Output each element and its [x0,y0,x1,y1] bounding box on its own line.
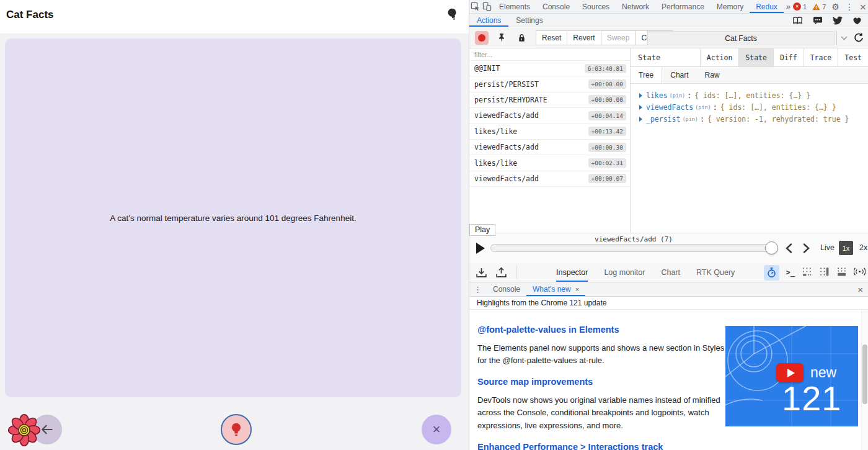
dock-bottom-full-icon[interactable] [836,266,847,279]
new-fact-button[interactable] [221,414,252,445]
tab-log-monitor[interactable]: Log monitor [604,263,645,282]
tab-network[interactable]: Network [616,0,655,13]
tab-action[interactable]: Action [700,48,739,66]
error-badge[interactable]: × 1 [793,2,807,11]
dock-bottom-icon[interactable] [802,266,812,279]
cat-facts-app: Cat Facts A cat's normal temperature var… [0,0,469,450]
revert-button[interactable]: Revert [567,30,601,45]
scrollbar-thumb[interactable] [862,344,867,404]
tab-state[interactable]: State [738,48,773,66]
tab-chart[interactable]: Chart [662,67,696,83]
action-row[interactable]: persist/REHYDRATE +00:00.00 [469,92,630,108]
lightbulb-icon[interactable] [445,6,461,22]
dispatcher-icon[interactable]: >_ [786,268,795,277]
remote-signal-icon[interactable] [854,266,866,279]
heart-icon[interactable] [852,16,862,25]
step-back-button[interactable] [782,241,795,255]
lock-button[interactable] [515,31,528,45]
tab-drawer-console[interactable]: Console [487,282,526,296]
tab-tree[interactable]: Tree [631,67,662,83]
tab-rtk-query[interactable]: RTK Query [696,263,735,282]
stopwatch-icon [766,267,777,278]
monitor-right-icons: >_ [764,263,866,282]
more-tabs-icon[interactable]: » [784,2,793,11]
overflow-menu-icon[interactable]: ⋮ [845,2,854,11]
tab-raw[interactable]: Raw [697,67,728,83]
whats-new-heading-3[interactable]: Enhanced Performance > Interactions trac… [477,442,853,450]
tree-node-viewedfacts[interactable]: viewedFacts (pin) : { ids: […], entities… [639,101,868,113]
record-button[interactable] [475,31,489,45]
tab-inspector[interactable]: Inspector [556,263,588,282]
close-icon: × [433,421,441,438]
step-forward-button[interactable] [800,241,812,255]
close-devtools-icon[interactable]: × [859,2,867,11]
chrome-121-video-thumbnail[interactable]: new 121 [725,326,858,426]
tab-diff[interactable]: Diff [773,48,804,66]
settings-gear-icon[interactable]: ⚙ [831,2,839,11]
instance-select[interactable]: Cat Facts [647,31,835,45]
dismiss-fact-button[interactable]: × [422,415,451,444]
flower-icon [7,412,41,448]
pin-button[interactable] [495,31,508,45]
action-row[interactable]: likes/like +00:13.42 [469,124,630,140]
state-label: State [631,53,660,62]
close-tab-icon[interactable]: × [575,286,579,293]
tree-node-persist[interactable]: _persist (pin) : { version: -1, rehydrat… [639,113,868,125]
tab-sources[interactable]: Sources [576,0,616,13]
action-timestamp: +00:04.14 [588,111,626,120]
tab-redux[interactable]: Redux [750,0,784,13]
chevron-left-icon [786,243,792,253]
action-row[interactable]: viewedFacts/add +00:00.07 [469,171,630,187]
tab-settings[interactable]: Settings [508,14,550,27]
tab-whats-new[interactable]: What's new × [526,282,585,296]
expand-arrow-icon[interactable] [639,105,642,110]
tab-trace[interactable]: Trace [804,48,838,66]
sweep-button[interactable]: Sweep [601,30,636,45]
dock-right-icon[interactable] [819,266,830,279]
timeline-slider[interactable] [490,244,777,252]
redux-panel-tabs: Actions Settings [469,14,868,27]
tab-performance[interactable]: Performance [655,0,711,13]
slider-thumb[interactable] [765,241,778,254]
devtools-tabbar: Elements Console Sources Network Perform… [469,0,868,14]
scrollbar-track[interactable] [861,310,868,450]
state-header: State Action State Diff Trace Test [631,48,868,67]
drawer-menu-icon[interactable]: ⋮ [469,285,487,294]
close-drawer-icon[interactable]: × [857,284,863,295]
action-row[interactable]: viewedFacts/add +00:00.30 [469,140,630,155]
play-button[interactable] [476,243,485,254]
speed-2x-button[interactable]: 2x [859,243,867,252]
export-icon[interactable] [476,267,488,279]
reset-button[interactable]: Reset [536,30,567,45]
action-row[interactable]: @@INIT 6:03:40.81 [469,61,630,76]
filter-input[interactable] [469,48,630,61]
docs-book-icon[interactable] [792,16,803,25]
tree-node-likes[interactable]: likes (pin) : { ids: […], entities: {…} … [639,89,868,101]
tab-elements[interactable]: Elements [493,0,536,13]
twitter-icon[interactable] [833,16,843,25]
tab-chart-monitor[interactable]: Chart [661,263,680,282]
expand-arrow-icon[interactable] [639,93,642,98]
expand-arrow-icon[interactable] [639,117,642,122]
warning-badge[interactable]: 7 [812,3,826,11]
lock-icon [517,33,526,43]
speed-1x-button[interactable]: 1x [839,241,853,255]
action-row[interactable]: likes/like +00:02.31 [469,155,630,171]
inspect-element-icon[interactable] [471,1,480,12]
live-button[interactable]: Live [820,243,835,252]
player-bar: Play viewedFacts/add (7) Live 1x 2x [469,233,868,263]
chevron-down-icon[interactable] [836,31,851,45]
device-toolbar-icon[interactable] [482,1,492,12]
tab-actions[interactable]: Actions [469,14,508,27]
action-row[interactable]: viewedFacts/add +00:04.14 [469,108,630,124]
refresh-icon[interactable] [853,32,864,43]
action-timestamp: +00:00.07 [588,174,626,183]
autoselect-button[interactable] [764,265,779,281]
tab-test[interactable]: Test [838,48,868,66]
state-tree: likes (pin) : { ids: […], entities: {…} … [631,84,868,125]
action-row[interactable]: persist/PERSIST +00:00.00 [469,76,630,92]
tab-memory[interactable]: Memory [711,0,750,13]
import-icon[interactable] [495,267,508,279]
tab-console[interactable]: Console [536,0,576,13]
feedback-icon[interactable] [813,16,823,25]
